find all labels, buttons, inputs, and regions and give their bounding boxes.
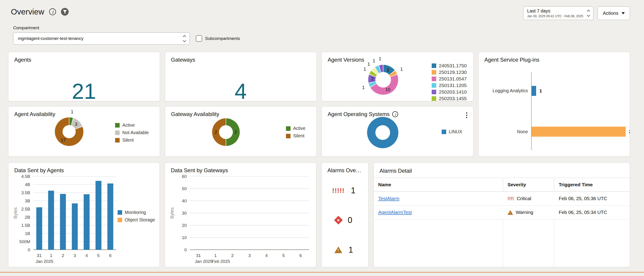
- agent-os-legend: LINUX: [442, 129, 462, 134]
- triggered-time: Feb 06, 25, 05:36 UTC: [554, 192, 630, 205]
- error-alarms-row: + 0: [322, 216, 368, 225]
- donut-segment-label: 1: [364, 66, 366, 72]
- legend-swatch: [442, 130, 446, 134]
- time-range-dates: Jan 30, 2025 05:41 UTC - Feb 06, 2025 05…: [527, 14, 584, 18]
- critical-alarms-row: !!!!! 1: [322, 186, 368, 195]
- column-header-severity: Severity: [503, 178, 554, 192]
- data-sent-by-agents-card: Data Sent by Agents Bytes0500M1B1.5B2B2.…: [8, 162, 160, 267]
- card-title: Gateway Availability: [171, 111, 311, 118]
- chevron-down-icon: [587, 13, 590, 16]
- donut-segment-label: 1: [400, 66, 403, 72]
- subcompartments-label: Subcompartments: [205, 36, 240, 41]
- filters-section: Compartment mgmtagent-customer-test-tena…: [13, 26, 630, 45]
- agents-card: Agents 21: [8, 52, 160, 101]
- svg-text:500M: 500M: [19, 239, 30, 244]
- legend-item: Silent: [286, 133, 306, 138]
- hbar-bar[interactable]: [532, 86, 536, 96]
- chevron-up-icon: [183, 35, 186, 38]
- card-title: Data Sent by Gateways: [171, 167, 310, 174]
- cards-grid-top: Agents 21 Gateways 4 Agent Versions 3110…: [8, 52, 630, 156]
- card-title: Data Sent by Agents: [14, 167, 154, 174]
- svg-text:Bytes: Bytes: [13, 207, 18, 219]
- severity-label: Warning: [516, 210, 533, 215]
- svg-text:2.5B: 2.5B: [21, 207, 30, 212]
- card-title: Agent Availability: [14, 111, 154, 118]
- compartment-select[interactable]: mgmtagent-customer-test-tenancy: [13, 32, 190, 45]
- agent-availability-donut-chart[interactable]: 1317: [55, 118, 84, 146]
- warning-severity-icon: !: [334, 246, 342, 253]
- time-range-selector[interactable]: Last 7 days Jan 30, 2025 05:41 UTC - Feb…: [523, 6, 594, 20]
- agent-os-donut-chart[interactable]: [367, 117, 398, 148]
- donut-segment-label: 17: [61, 138, 66, 143]
- legend-label: 250203.1455: [439, 96, 467, 101]
- critical-alarms-count: 1: [351, 186, 358, 195]
- gateways-card: Gateways 4: [165, 52, 317, 101]
- legend-item: Not Available: [115, 130, 149, 135]
- info-icon[interactable]: i: [392, 111, 398, 117]
- page-title: Overview: [11, 7, 44, 16]
- actions-button[interactable]: Actions: [598, 6, 630, 20]
- legend-item: Active: [115, 122, 149, 128]
- gateway-availability-legend: ActiveSilent: [286, 126, 306, 138]
- subcompartments-checkbox[interactable]: [196, 35, 202, 42]
- kebab-menu-icon[interactable]: [465, 112, 468, 119]
- column-header-triggered-time: Triggered Time: [554, 178, 630, 192]
- svg-text:4B: 4B: [25, 182, 30, 187]
- agent-service-plugins-chart[interactable]: Logging Analytics1None20: [484, 67, 625, 152]
- alarms-table-empty-area: [374, 219, 630, 267]
- agent-service-plugins-card: Agent Service Plug-ins Logging Analytics…: [478, 52, 630, 156]
- svg-text:Jan 2025: Jan 2025: [195, 259, 212, 264]
- overview-page: Overview i Last 7 days Jan 30, 2025 05:4…: [0, 0, 644, 267]
- donut-segment-label: 1: [379, 56, 381, 62]
- svg-text:1.5B: 1.5B: [21, 223, 30, 228]
- legend-swatch: [432, 64, 436, 68]
- legend-item: 250129.1230: [432, 70, 467, 75]
- legend-label: Silent: [293, 133, 304, 138]
- legend-swatch: [115, 138, 120, 142]
- alarms-table-row: TestAlarm!!!!CriticalFeb 06, 25, 05:36 U…: [374, 192, 630, 206]
- critical-severity-icon: !!!!: [508, 196, 514, 201]
- svg-text:3: 3: [248, 253, 251, 258]
- card-title: Agent Versions: [328, 57, 467, 63]
- hbar-bar[interactable]: [532, 127, 626, 137]
- bottom-strip: [0, 272, 644, 276]
- legend-item: 250203.1410: [432, 89, 467, 95]
- legend-label: 240531.1750: [439, 63, 467, 68]
- legend-swatch: [115, 123, 120, 127]
- legend-item: 250131.0547: [432, 76, 467, 82]
- legend-swatch: [432, 76, 436, 81]
- agent-availability-card: Agent Availability 1317 ActiveNot Availa…: [8, 106, 160, 156]
- legend-item: 250203.1455: [432, 96, 467, 101]
- donut-segment-label: 3: [386, 68, 389, 73]
- hbar-value-label: 20: [629, 129, 630, 134]
- svg-text:60: 60: [182, 174, 187, 179]
- data-sent-by-agents-chart[interactable]: Bytes0500M1B1.5B2B2.5B3B3.5B4B4.5B31Jan …: [12, 173, 118, 265]
- agent-versions-card: Agent Versions 3110121111 240531.1750250…: [322, 52, 473, 101]
- svg-text:1: 1: [50, 253, 52, 258]
- filter-icon[interactable]: [61, 8, 69, 16]
- hbar-category-label: None: [484, 129, 528, 134]
- card-title: Agent Operating Systems: [328, 111, 390, 118]
- svg-text:2: 2: [62, 253, 64, 258]
- data-sent-by-gateways-chart[interactable]: Bytes010203040506031Jan 20251Feb 2025234…: [168, 173, 311, 265]
- svg-text:50: 50: [182, 186, 187, 191]
- alarm-name-link[interactable]: AgentAlarmTest: [378, 210, 412, 215]
- alarms-table-row: AgentAlarmTest!WarningFeb 06, 25, 05:34 …: [374, 206, 630, 219]
- svg-text:1: 1: [214, 253, 217, 258]
- alarm-name-link[interactable]: TestAlarm: [378, 196, 399, 201]
- legend-item: Object Storage: [118, 217, 155, 222]
- agent-versions-donut-chart[interactable]: 3110121111: [368, 65, 398, 95]
- chart-svg: Bytes010203040506031Jan 20251Feb 2025234…: [168, 173, 311, 264]
- gateway-availability-donut-chart[interactable]: 22: [212, 118, 240, 146]
- donut-segment-label: 2: [371, 76, 374, 82]
- svg-text:5: 5: [282, 253, 285, 258]
- compartment-select-stepper: [183, 34, 186, 43]
- legend-label: Object Storage: [125, 217, 155, 222]
- info-icon[interactable]: i: [49, 8, 56, 15]
- time-range-stepper[interactable]: [587, 9, 590, 18]
- actions-label: Actions: [603, 10, 618, 16]
- legend-swatch: [432, 70, 436, 74]
- legend-label: 250131.0547: [439, 76, 467, 82]
- hbar-value-label: 1: [539, 88, 542, 94]
- donut-segment-label: 1: [362, 85, 364, 90]
